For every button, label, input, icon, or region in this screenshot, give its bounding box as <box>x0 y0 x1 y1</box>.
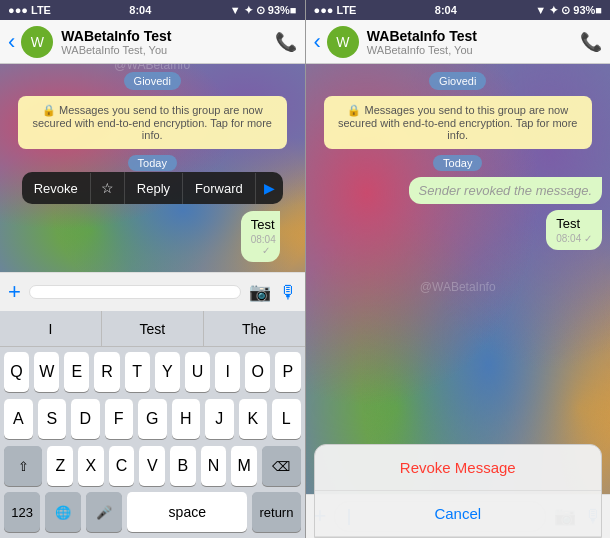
context-menu: Revoke ☆ Reply Forward ▶ <box>0 172 305 204</box>
status-time-right: 8:04 <box>435 4 457 16</box>
revoke-message-button[interactable]: Revoke Message <box>315 445 602 491</box>
status-time-left: 8:04 <box>129 4 151 16</box>
chat-subtitle-left: WABetaInfo Test, You <box>61 44 274 56</box>
key-space[interactable]: space <box>127 492 247 532</box>
nav-icons-left: 📞 <box>275 31 297 53</box>
status-signal-left: ●●● LTE <box>8 4 51 16</box>
chat-area-right: Giovedi 🔒 Messages you send to this grou… <box>306 64 611 494</box>
chat-title-left: WABetaInfo Test <box>61 28 274 44</box>
revoke-dialog-inner: Revoke Message Cancel <box>314 444 603 538</box>
status-icons-text: ▼ ✦ ⊙ 93%■ <box>230 4 297 17</box>
nav-info-right: WABetaInfo Test WABetaInfo Test, You <box>367 28 580 56</box>
key-x[interactable]: X <box>78 446 104 486</box>
key-q[interactable]: Q <box>4 352 29 392</box>
key-b[interactable]: B <box>170 446 196 486</box>
mic-icon-left[interactable]: 🎙 <box>279 282 297 303</box>
encryption-notice-right[interactable]: 🔒 Messages you send to this group are no… <box>324 96 593 149</box>
key-k[interactable]: K <box>239 399 268 439</box>
message-bubble-left: Test 08:04 ✓ <box>241 211 280 262</box>
key-n[interactable]: N <box>201 446 227 486</box>
keyboard-left: I Test The Q W E R T Y U I O P A S D F G… <box>0 311 305 538</box>
key-i[interactable]: I <box>215 352 240 392</box>
status-bar-right: ●●● LTE 8:04 ▼ ✦ ⊙ 93%■ <box>306 0 611 20</box>
key-l[interactable]: L <box>272 399 301 439</box>
revoke-dialog: Revoke Message Cancel <box>306 444 611 538</box>
key-u[interactable]: U <box>185 352 210 392</box>
status-icons-right: ▼ ✦ ⊙ 93%■ <box>535 4 602 17</box>
chat-subtitle-right: WABetaInfo Test, You <box>367 44 580 56</box>
key-c[interactable]: C <box>109 446 135 486</box>
revoke-button[interactable]: Revoke <box>22 173 91 204</box>
status-bar-left: ●●● LTE 8:04 ▼ ✦ ⊙ 93%■ <box>0 0 305 20</box>
key-g[interactable]: G <box>138 399 167 439</box>
message-text-right: Test <box>556 216 580 231</box>
key-shift[interactable]: ⇧ <box>4 446 42 486</box>
phone-icon-right[interactable]: 📞 <box>580 31 602 53</box>
back-button-left[interactable]: ‹ <box>8 31 15 53</box>
chat-area-left: Giovedi 🔒 Messages you send to this grou… <box>0 64 305 272</box>
add-button-left[interactable]: + <box>8 279 21 305</box>
key-r[interactable]: R <box>94 352 119 392</box>
nav-info-left: WABetaInfo Test WABetaInfo Test, You <box>61 28 274 56</box>
key-o[interactable]: O <box>245 352 270 392</box>
avatar-initial-left: W <box>31 34 44 50</box>
right-panel: ●●● LTE 8:04 ▼ ✦ ⊙ 93%■ ‹ W WABetaInfo T… <box>306 0 611 538</box>
key-v[interactable]: V <box>139 446 165 486</box>
phone-icon[interactable]: 📞 <box>275 31 297 53</box>
today-badge-right: Today <box>433 155 482 171</box>
key-a[interactable]: A <box>4 399 33 439</box>
kbd-suggestions-left: I Test The <box>0 311 305 347</box>
chat-content-right: Giovedi 🔒 Messages you send to this grou… <box>306 64 611 258</box>
nav-bar-left: ‹ W WABetaInfo Test WABetaInfo Test, You… <box>0 20 305 64</box>
suggestion-i[interactable]: I <box>0 311 102 346</box>
key-globe[interactable]: 🌐 <box>45 492 81 532</box>
avatar-initial-right: W <box>336 34 349 50</box>
key-t[interactable]: T <box>125 352 150 392</box>
message-time-right: 08:04 ✓ <box>556 233 592 244</box>
camera-icon-left[interactable]: 📷 <box>249 281 271 303</box>
date-badge-left: Giovedi <box>124 72 181 90</box>
message-bubble-right: Test 08:04 ✓ <box>546 210 602 250</box>
key-mic[interactable]: 🎤 <box>86 492 122 532</box>
status-icons-left: ▼ ✦ ⊙ 93%■ <box>230 4 297 17</box>
forward-button[interactable]: Forward <box>183 173 256 204</box>
key-d[interactable]: D <box>71 399 100 439</box>
key-return[interactable]: return <box>252 492 300 532</box>
signal-text: ●●● LTE <box>8 4 51 16</box>
key-h[interactable]: H <box>172 399 201 439</box>
key-j[interactable]: J <box>205 399 234 439</box>
key-y[interactable]: Y <box>155 352 180 392</box>
suggestion-the[interactable]: The <box>204 311 305 346</box>
avatar-right: W <box>327 26 359 58</box>
back-button-right[interactable]: ‹ <box>314 31 321 53</box>
kbd-row1: Q W E R T Y U I O P <box>0 347 305 394</box>
left-panel: ●●● LTE 8:04 ▼ ✦ ⊙ 93%■ ‹ W WABetaInfo T… <box>0 0 305 538</box>
reply-button[interactable]: Reply <box>125 173 183 204</box>
chat-title-right: WABetaInfo Test <box>367 28 580 44</box>
key-p[interactable]: P <box>275 352 300 392</box>
more-button[interactable]: ▶ <box>256 172 283 204</box>
key-s[interactable]: S <box>38 399 67 439</box>
status-signal-right: ●●● LTE <box>314 4 357 16</box>
key-f[interactable]: F <box>105 399 134 439</box>
cancel-button[interactable]: Cancel <box>315 491 602 537</box>
encryption-notice-left[interactable]: 🔒 Messages you send to this group are no… <box>18 96 287 149</box>
key-e[interactable]: E <box>64 352 89 392</box>
key-w[interactable]: W <box>34 352 59 392</box>
key-m[interactable]: M <box>231 446 257 486</box>
signal-text-right: ●●● LTE <box>314 4 357 16</box>
kbd-row3: ⇧ Z X C V B N M ⌫ <box>0 441 305 488</box>
revoked-message-bubble: Sender revoked the message. <box>409 177 602 204</box>
key-delete[interactable]: ⌫ <box>262 446 300 486</box>
input-area-left: + 📷 🎙 <box>0 272 305 311</box>
suggestion-test[interactable]: Test <box>102 311 204 346</box>
message-time-left: 08:04 ✓ <box>251 234 270 256</box>
avatar-left: W <box>21 26 53 58</box>
star-button[interactable]: ☆ <box>91 172 125 204</box>
status-icons-text-right: ▼ ✦ ⊙ 93%■ <box>535 4 602 17</box>
nav-bar-right: ‹ W WABetaInfo Test WABetaInfo Test, You… <box>306 20 611 64</box>
message-input-left[interactable] <box>29 285 241 299</box>
kbd-row2: A S D F G H J K L <box>0 394 305 441</box>
key-z[interactable]: Z <box>47 446 73 486</box>
key-num[interactable]: 123 <box>4 492 40 532</box>
